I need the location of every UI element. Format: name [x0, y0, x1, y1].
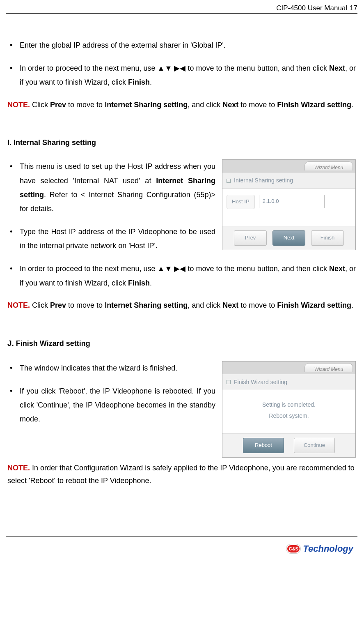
doc-title: CIP-4500 User Manual	[276, 4, 347, 12]
wizard-tab-label: Wizard Menu	[304, 363, 353, 372]
section-i-bullet-2: Type the Host IP address of the IP Video…	[7, 225, 221, 253]
finish-msg-line2: Reboot system.	[227, 410, 351, 421]
section-i-bullet-1: This menu is used to set up the Host IP …	[7, 159, 221, 216]
finish-button[interactable]: Finish	[311, 230, 344, 246]
wizard-internal-sharing-figure: Wizard Menu Internal Sharing setting Hos…	[222, 159, 356, 250]
wizard-finish-figure: Wizard Menu Finish Wizard setting Settin…	[222, 361, 356, 458]
square-icon	[227, 179, 231, 183]
wizard-title: Internal Sharing setting	[234, 175, 293, 186]
page-number: 17	[350, 4, 357, 12]
reboot-button[interactable]: Reboot	[243, 438, 284, 453]
intro-bullet-2: In order to proceed to the next menu, us…	[7, 61, 356, 89]
host-ip-label: Host IP	[227, 195, 255, 209]
note-text: Click Prev to move to Internet Sharing s…	[32, 101, 353, 109]
note-label: NOTE.	[7, 301, 30, 309]
section-j-bullet-2: If you click 'Reboot', the IP Videophone…	[7, 384, 221, 426]
logo-text: Technology	[303, 543, 353, 554]
section-i-bullet-3: In order to proceed to the next menu, us…	[7, 262, 356, 290]
section-i-note: NOTE. Click Prev to move to Internet Sha…	[7, 299, 356, 312]
note-label: NOTE.	[7, 101, 30, 109]
section-j-bullet-1: The window indicates that the wizard is …	[7, 361, 221, 375]
prev-button[interactable]: Prev	[234, 230, 267, 246]
section-i-heading: I. Internal Sharing setting	[7, 136, 356, 150]
intro-bullet-1: Enter the global IP address of the exter…	[7, 38, 356, 52]
next-button[interactable]: Next	[272, 230, 305, 246]
note-text: Click Prev to move to Internet Sharing s…	[32, 301, 353, 309]
intro-note: NOTE. Click Prev to move to Internet Sha…	[7, 99, 356, 111]
section-j-heading: J. Finish Wizard setting	[7, 336, 356, 351]
logo-badge-icon: C&S	[286, 544, 300, 553]
continue-button[interactable]: Continue	[294, 438, 335, 453]
wizard-tab-label: Wizard Menu	[304, 161, 353, 170]
footer-logo: C&S Technology	[286, 543, 353, 554]
host-ip-input[interactable]: 2.1.0.0	[259, 195, 325, 208]
finish-msg-line1: Setting is completed.	[227, 399, 351, 410]
note-text: In order that Configuration Wizard is sa…	[7, 464, 355, 485]
wizard-title: Finish Wizard setting	[234, 377, 287, 388]
section-j-note: NOTE. In order that Configuration Wizard…	[7, 462, 356, 487]
square-icon	[227, 380, 231, 384]
note-label: NOTE.	[7, 464, 30, 472]
